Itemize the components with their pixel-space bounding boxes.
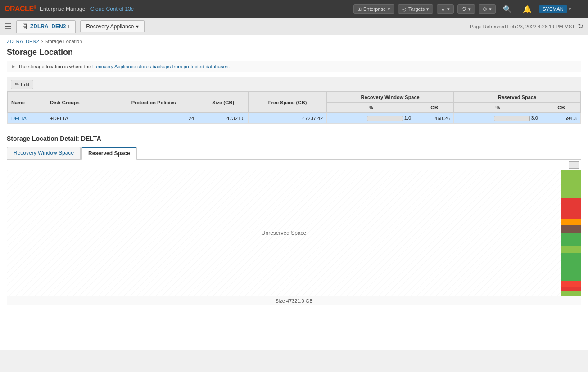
storage-table-section: ✏ Edit Name Disk Groups Protection Polic… <box>7 77 581 124</box>
info-link[interactable]: Recovery Appliance stores backups from p… <box>92 64 230 69</box>
favorites-chevron: ▾ <box>447 6 450 12</box>
page-title: Storage Location <box>0 46 588 61</box>
storage-chart: Unreserved Space <box>7 170 581 296</box>
info-text: The storage location is where the Recove… <box>18 64 230 69</box>
top-navigation: ORACLE® Enterprise Manager Cloud Control… <box>0 0 588 18</box>
rs-progress-bar <box>494 116 530 121</box>
col-disk-groups: Disk Groups <box>46 92 109 113</box>
targets-icon: ◎ <box>402 6 407 12</box>
color-block-orange <box>561 219 581 225</box>
dropdown-icon: ▾ <box>136 23 139 30</box>
oracle-logo: ORACLE® Enterprise Manager Cloud Control… <box>5 5 134 13</box>
breadcrumb-separator: > <box>41 39 45 44</box>
hamburger-menu[interactable]: ☰ <box>5 22 12 31</box>
em-label: Enterprise Manager <box>38 6 87 12</box>
chart-unreserved-label: Unreserved Space <box>262 230 306 236</box>
appliance-name: ZDLRA_DEN2 <box>30 23 66 30</box>
expand-button[interactable]: ⛶ <box>569 161 579 169</box>
refresh-area: Page Refreshed Feb 23, 2022 4:26:19 PM M… <box>470 22 583 31</box>
targets-button[interactable]: ◎ Targets ▾ <box>398 4 433 14</box>
menu-label: Recovery Appliance <box>86 23 134 30</box>
user-label: SYSMAN <box>539 5 567 13</box>
edit-label: Edit <box>21 82 29 87</box>
search-button[interactable]: 🔍 <box>499 4 516 15</box>
table-row[interactable]: DELTA +DELTA 24 47321.0 47237.42 1.0 468… <box>8 113 581 124</box>
detail-title: Storage Location Detail: DELTA <box>7 132 581 147</box>
pencil-icon: ✏ <box>15 81 19 87</box>
cell-rws-pct: 1.0 <box>327 113 415 124</box>
more-options-button[interactable]: ··· <box>578 5 583 13</box>
table-toolbar: ✏ Edit <box>7 77 581 92</box>
edit-button[interactable]: ✏ Edit <box>11 80 33 89</box>
breadcrumb-current: Storage Location <box>45 39 82 44</box>
cell-name: DELTA <box>8 113 46 124</box>
oracle-wordmark: ORACLE® <box>5 5 36 13</box>
col-reserved-space: Reserved Space <box>454 92 581 103</box>
enterprise-chevron: ▾ <box>388 6 390 12</box>
color-block-green-bottom <box>561 291 581 296</box>
cloud-label: Cloud Control 13c <box>89 6 133 12</box>
history-chevron: ▾ <box>468 6 471 12</box>
tab-recovery-window-space[interactable]: Recovery Window Space <box>7 147 81 159</box>
col-rws-gb: GB <box>415 103 454 113</box>
detail-section: Storage Location Detail: DELTA Recovery … <box>7 129 581 305</box>
breadcrumb: ZDLRA_DEN2 > Storage Location <box>0 35 588 46</box>
cell-size: 47321.0 <box>198 113 249 124</box>
alerts-button[interactable]: 🔔 <box>519 4 535 15</box>
color-block-green-mid <box>561 233 581 247</box>
tab-rws-label: Recovery Window Space <box>14 150 74 156</box>
targets-label: Targets <box>408 6 425 12</box>
col-recovery-window-space: Recovery Window Space <box>327 92 454 103</box>
targets-chevron: ▾ <box>426 6 429 12</box>
history-button[interactable]: ⏱ ▾ <box>457 4 475 14</box>
secondary-navigation: ☰ 🗄 ZDLRA_DEN2 ℹ Recovery Appliance ▾ Pa… <box>0 18 588 35</box>
cell-disk-groups: +DELTA <box>46 113 109 124</box>
clock-icon: ⏱ <box>461 6 466 12</box>
enterprise-label: Enterprise <box>363 6 386 12</box>
col-name: Name <box>8 92 46 113</box>
chart-color-strip <box>561 170 581 296</box>
rws-progress-bar <box>367 116 403 121</box>
color-block-red-1 <box>561 198 581 219</box>
breadcrumb-parent[interactable]: ZDLRA_DEN2 <box>7 39 39 44</box>
chart-unreserved-area: Unreserved Space <box>7 170 561 296</box>
col-size: Size (GB) <box>198 92 249 113</box>
recovery-appliance-tab[interactable]: Recovery Appliance ▾ <box>80 20 145 32</box>
main-content: ZDLRA_DEN2 > Storage Location Storage Lo… <box>0 35 588 350</box>
settings-button[interactable]: ⚙ ▾ <box>479 4 496 14</box>
expand-btn-wrap: ⛶ <box>7 160 581 170</box>
col-protection-policies: Protection Policies <box>109 92 198 113</box>
enterprise-icon: ⊞ <box>357 6 362 12</box>
color-block-green-lower <box>561 253 581 280</box>
col-rs-pct: % <box>454 103 542 113</box>
gear-icon: ⚙ <box>483 6 487 12</box>
cell-protection-policies: 24 <box>109 113 198 124</box>
favorites-button[interactable]: ★ ▾ <box>437 4 454 14</box>
settings-chevron: ▾ <box>489 6 492 12</box>
appliance-menu-tab[interactable]: 🗄 ZDLRA_DEN2 ℹ <box>16 20 76 33</box>
info-toggle[interactable]: ▶ <box>12 64 15 69</box>
user-menu[interactable]: SYSMAN ▾ <box>539 5 571 13</box>
enterprise-button[interactable]: ⊞ Enterprise ▾ <box>353 4 394 14</box>
chart-footer: Size 47321.0 GB <box>7 296 581 305</box>
color-block-lime <box>561 246 581 253</box>
tab-reserved-space[interactable]: Reserved Space <box>81 147 137 160</box>
color-block-brown <box>561 225 581 232</box>
info-box: ▶ The storage location is where the Reco… <box>7 61 581 72</box>
bell-icon: 🔔 <box>523 5 532 13</box>
page-refresh-text: Page Refreshed Feb 23, 2022 4:26:19 PM M… <box>470 24 575 29</box>
info-icon: ℹ <box>68 24 70 29</box>
col-free-space: Free Space (GB) <box>249 92 327 113</box>
color-block-green-top <box>561 170 581 198</box>
refresh-button[interactable]: ↻ <box>578 22 583 31</box>
tab-rs-label: Reserved Space <box>88 150 130 157</box>
database-icon: 🗄 <box>22 23 28 30</box>
detail-tabs: Recovery Window Space Reserved Space <box>7 147 581 160</box>
col-rs-gb: GB <box>542 103 580 113</box>
cell-free-space: 47237.42 <box>249 113 327 124</box>
chart-area: ⛶ Unreserved Space <box>7 160 581 305</box>
cell-rs-gb: 1594.3 <box>542 113 580 124</box>
user-chevron: ▾ <box>569 6 571 12</box>
cell-rws-gb: 468.26 <box>415 113 454 124</box>
storage-table: Name Disk Groups Protection Policies Siz… <box>7 92 581 124</box>
